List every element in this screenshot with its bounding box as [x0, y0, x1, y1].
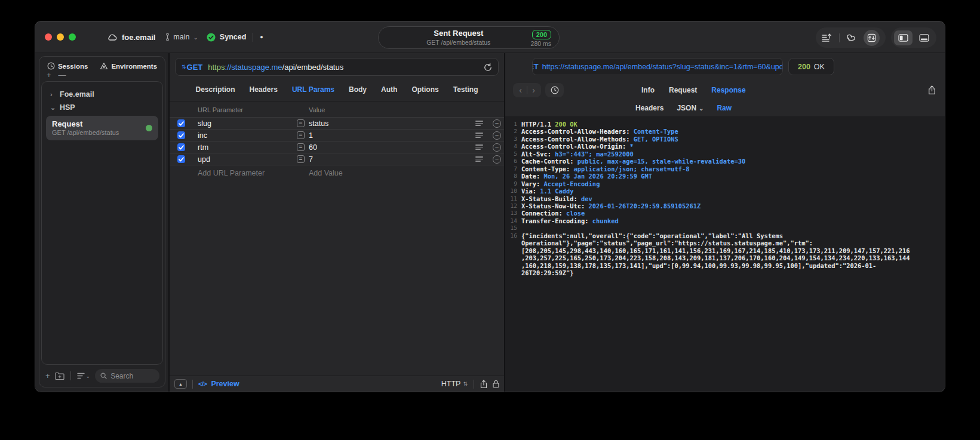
tab-url-params[interactable]: URL Params	[292, 85, 334, 94]
param-row[interactable]: upd = 7 −	[170, 153, 504, 165]
history-clock-button[interactable]	[545, 83, 564, 97]
close-window-button[interactable]	[45, 33, 52, 41]
drag-handle-icon[interactable]	[475, 155, 484, 163]
tab-auth[interactable]: Auth	[381, 85, 397, 94]
sort-list-icon[interactable]: ⌄	[77, 373, 91, 379]
param-value-input[interactable]: status	[309, 119, 475, 128]
tree-group-label: HSP	[60, 103, 75, 112]
share-icon[interactable]	[480, 380, 487, 389]
sync-check-icon	[207, 33, 216, 42]
import-export-icon[interactable]	[822, 33, 832, 42]
sync-loop-icon[interactable]	[846, 33, 857, 42]
sidebar-search-input[interactable]: Search	[95, 369, 159, 383]
forward-button[interactable]: ›	[527, 84, 540, 97]
param-value-input[interactable]: 1	[309, 131, 475, 140]
drag-handle-icon[interactable]	[475, 131, 484, 139]
new-folder-icon[interactable]	[55, 372, 64, 380]
param-row[interactable]: slug = status −	[170, 117, 504, 129]
remove-param-icon[interactable]: −	[493, 131, 501, 140]
tab-options[interactable]: Options	[411, 85, 438, 94]
response-status-text: OK	[814, 63, 825, 71]
app-window: foe.email main ⌄ Synced ● Sent Request G…	[35, 21, 945, 392]
drag-handle-icon[interactable]	[475, 143, 484, 151]
tab-response[interactable]: Response	[711, 86, 745, 94]
titlebar: foe.email main ⌄ Synced ● Sent Request G…	[35, 21, 945, 53]
param-name-input[interactable]: upd	[198, 155, 297, 164]
line-number: 5	[505, 150, 521, 158]
tab-request[interactable]: Request	[669, 86, 697, 94]
tab-testing[interactable]: Testing	[453, 85, 478, 94]
sidebar-request-item[interactable]: Request GET /api/embed/status	[46, 116, 158, 140]
response-code: 1HTTP/1.1 200 OK2Access-Control-Allow-He…	[505, 117, 945, 392]
branch-name[interactable]: main	[173, 33, 189, 41]
chevron-down-icon[interactable]: ⌄	[193, 34, 198, 41]
code-line: 12X-Status-Now-Utc: 2026-01-26T20:29:59.…	[505, 202, 945, 210]
toggle-sidebar-button[interactable]	[894, 30, 913, 45]
param-value-input[interactable]: 60	[309, 143, 475, 152]
set-square-icon	[100, 62, 108, 70]
collapse-panel-button[interactable]: ▲	[174, 379, 187, 389]
code-line: 13Connection: close	[505, 210, 945, 217]
param-checkbox[interactable]	[177, 155, 185, 163]
param-row[interactable]: rtm = 60 −	[170, 141, 504, 153]
param-name-input[interactable]: rtm	[198, 143, 297, 152]
param-checkbox[interactable]	[177, 119, 185, 127]
remove-icon[interactable]: —	[59, 71, 66, 79]
request-url-field[interactable]: ⇅ GET https://statuspage.me/api/embed/st…	[175, 58, 499, 76]
tab-sessions[interactable]: Sessions	[47, 62, 88, 70]
remove-param-icon[interactable]: −	[493, 155, 501, 164]
subtab-headers[interactable]: Headers	[635, 104, 663, 112]
add-value[interactable]: Add Value	[309, 169, 343, 177]
tab-description[interactable]: Description	[196, 85, 235, 94]
tree-group-foe-email[interactable]: › Foe.email	[44, 88, 160, 101]
subtab-raw[interactable]: Raw	[717, 104, 732, 112]
zoom-window-button[interactable]	[69, 33, 76, 41]
code-tag-icon: </>	[198, 380, 207, 387]
divider	[839, 33, 840, 42]
preview-button[interactable]: </> Preview	[198, 380, 239, 388]
tree-group-hsp[interactable]: ⌄ HSP	[44, 101, 160, 114]
sync-status-label: Synced	[220, 33, 246, 41]
divider	[192, 380, 193, 389]
repeat-request-button[interactable]	[864, 30, 880, 46]
param-value-input[interactable]: 7	[309, 155, 475, 164]
response-pane: GET https://statuspage.me/api/embed/stat…	[505, 53, 945, 392]
param-row[interactable]: inc = 1 −	[170, 129, 504, 141]
chevron-down-icon[interactable]: ⌄	[50, 104, 56, 112]
clock-icon	[47, 62, 55, 70]
chevron-right-icon[interactable]: ›	[50, 91, 56, 98]
toggle-bottom-panel-button[interactable]	[915, 30, 933, 45]
param-checkbox[interactable]	[177, 131, 185, 139]
param-name-input[interactable]: inc	[198, 131, 297, 140]
add-url-parameter[interactable]: Add URL Parameter	[198, 169, 309, 177]
sent-request-pill[interactable]: Sent Request GET /api/embed/status 200 2…	[378, 26, 560, 49]
export-response-icon[interactable]	[928, 85, 936, 95]
add-request-icon[interactable]: +	[45, 371, 50, 380]
line-number: 14	[505, 217, 521, 224]
session-tree: › Foe.email ⌄ HSP Request GET /api/embed…	[41, 81, 163, 365]
method-select[interactable]: ⇅ GET	[182, 63, 202, 72]
remove-param-icon[interactable]: −	[493, 143, 501, 152]
sidebar-tabs: Sessions Environments	[39, 57, 165, 70]
tab-info[interactable]: Info	[641, 86, 655, 94]
minimize-window-button[interactable]	[57, 33, 64, 41]
response-status-code: 200	[798, 63, 810, 71]
back-button[interactable]: ‹	[514, 84, 527, 97]
drag-handle-icon[interactable]	[475, 119, 484, 127]
project-name[interactable]: foe.email	[122, 33, 155, 42]
protocol-select[interactable]: HTTP ⇅	[441, 380, 468, 388]
add-icon[interactable]: +	[47, 71, 51, 79]
param-name-input[interactable]: slug	[198, 119, 297, 128]
sent-request-title: Sent Request	[386, 29, 531, 38]
line-number: 13	[505, 210, 521, 217]
param-checkbox[interactable]	[177, 143, 185, 151]
response-url-box[interactable]: GET https://statuspage.me/api/embed/stat…	[532, 58, 783, 75]
remove-param-icon[interactable]: −	[493, 119, 501, 128]
resend-request-icon[interactable]	[484, 63, 492, 72]
tab-headers[interactable]: Headers	[250, 85, 278, 94]
status-code-badge: 200	[532, 30, 551, 39]
tab-environments[interactable]: Environments	[100, 62, 157, 70]
tab-body[interactable]: Body	[349, 85, 367, 94]
subtab-json[interactable]: JSON⌄	[677, 104, 703, 112]
lock-icon[interactable]	[493, 380, 499, 388]
